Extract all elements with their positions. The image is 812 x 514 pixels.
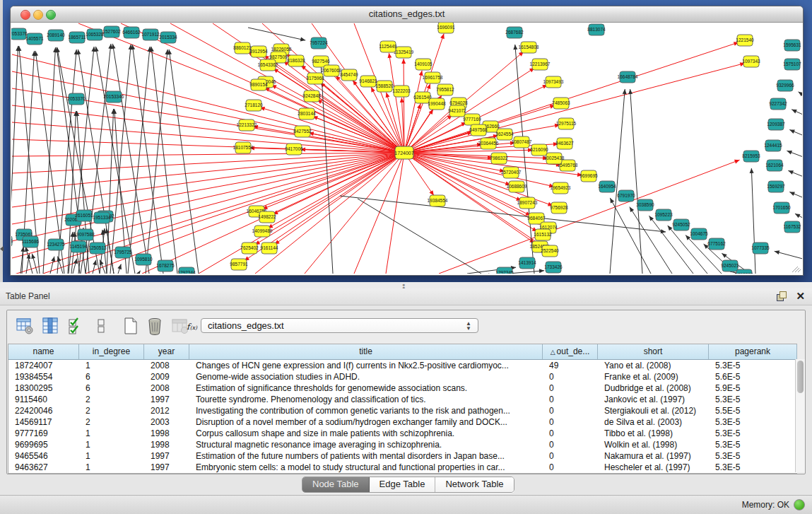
graph-node[interactable]: 9146821 — [359, 76, 377, 87]
graph-node[interactable]: 1077335 — [751, 243, 770, 254]
float-panel-icon[interactable] — [777, 291, 787, 301]
graph-node[interactable]: 9777169 — [463, 114, 481, 125]
graph-node[interactable]: 8427552 — [293, 126, 312, 137]
graph-node[interactable]: 2718120 — [245, 100, 263, 111]
graph-node[interactable]: 1095223 — [654, 209, 673, 221]
graph-node[interactable]: 20676068 — [322, 65, 342, 76]
graph-node[interactable]: 1004675 — [690, 228, 708, 240]
graph-node[interactable]: 18107554 — [233, 142, 254, 153]
graph-node[interactable]: 20364456 — [478, 138, 499, 149]
table-row[interactable]: 1872400712008Changes of HCN gene express… — [8, 360, 797, 371]
graph-node[interactable]: 12213322 — [237, 119, 257, 131]
graph-node[interactable]: 1413914 — [518, 257, 536, 269]
graph-node[interactable]: 1292344 — [177, 267, 196, 274]
graph-node[interactable]: 9227342 — [769, 98, 787, 110]
graph-node[interactable]: 9245021 — [721, 260, 739, 271]
graph-node[interactable]: 7625402 — [240, 243, 259, 254]
graph-node[interactable]: 1768223 — [735, 269, 753, 274]
table-settings-icon[interactable] — [16, 317, 34, 335]
graph-node[interactable]: 8860123 — [233, 42, 252, 54]
table-row[interactable]: 946554611997Estimation of the future num… — [8, 450, 797, 462]
graph-node[interactable]: 8454749 — [340, 69, 358, 81]
column-header-short[interactable]: short — [598, 344, 709, 359]
citation-graph[interactable]: 2053376140557120891401865711106532815276… — [11, 23, 802, 274]
graph-node[interactable]: 1145194 — [70, 241, 88, 252]
table-row[interactable]: 2242004622012Investigating the contribut… — [8, 405, 797, 416]
table-row[interactable]: 946362711997Embryonic stem cells: a mode… — [8, 462, 797, 473]
column-header-in_degree[interactable]: in_degree — [79, 344, 144, 359]
graph-node[interactable]: 6775162 — [707, 238, 726, 250]
delete-table-icon[interactable] — [146, 317, 164, 335]
graph-node[interactable]: 9242848 — [302, 90, 321, 102]
graph-node[interactable]: 9245052 — [672, 219, 690, 230]
table-row[interactable]: 969969511998Structural magnetic resonanc… — [8, 439, 797, 450]
table-row[interactable]: 977716911998Corpus callosum shape and si… — [8, 428, 797, 439]
memory-status-indicator[interactable] — [794, 499, 805, 510]
graph-node[interactable]: 6466162 — [122, 27, 141, 38]
graph-node[interactable]: 1527602 — [102, 26, 121, 37]
graph-node[interactable]: 1167532 — [784, 221, 801, 233]
column-header-title[interactable]: title — [189, 344, 543, 359]
graph-node[interactable]: 1569297 — [767, 181, 785, 192]
graph-node[interactable]: 2687682 — [505, 27, 524, 38]
graph-node[interactable]: 1405571 — [25, 33, 44, 45]
graph-node[interactable]: 14099489 — [252, 226, 273, 237]
graph-node[interactable]: 7955812 — [436, 84, 454, 95]
graph-node[interactable]: 2616051 — [75, 210, 93, 221]
graph-node[interactable]: 1588520 — [375, 81, 394, 92]
graph-node[interactable]: 10025438 — [544, 153, 565, 164]
graph-node[interactable]: 9857791 — [230, 259, 248, 270]
select-columns-icon[interactable] — [66, 317, 85, 335]
graph-node[interactable]: 16648784 — [618, 71, 638, 83]
column-header-year[interactable]: year — [144, 344, 189, 359]
graph-node[interactable]: 9097588 — [76, 229, 95, 240]
graph-node[interactable]: 9463627 — [555, 138, 574, 149]
graph-node[interactable]: 16543362 — [258, 59, 278, 71]
window-titlebar[interactable]: citations_edges.txt — [11, 6, 803, 23]
graph-node[interactable]: 1795725 — [114, 247, 132, 258]
graph-node[interactable]: 1701650 — [772, 202, 791, 214]
graph-node[interactable]: 2803144 — [298, 108, 316, 119]
graph-node[interactable]: 2522540 — [541, 245, 559, 257]
graph-node[interactable]: 2053370 — [67, 93, 86, 105]
graph-node[interactable]: 18907243 — [517, 197, 538, 209]
graph-node[interactable]: 1621064 — [765, 160, 784, 171]
table-row[interactable]: 1938455462009Genome-wide association stu… — [8, 371, 797, 382]
graph-node[interactable]: 9890154 — [249, 79, 268, 90]
graph-node[interactable]: 1234275 — [47, 239, 65, 250]
tab-node-table[interactable]: Node Table — [302, 477, 370, 492]
graph-node[interactable]: 3624554 — [495, 129, 514, 140]
graph-node[interactable]: 19384554 — [428, 195, 448, 206]
graph-node[interactable]: 1640954 — [598, 181, 616, 192]
graph-node[interactable]: 1951334 — [93, 212, 111, 223]
graph-node[interactable]: 12213967 — [530, 59, 551, 70]
graph-node[interactable]: 1125449 — [379, 41, 397, 52]
graph-node[interactable]: 9329966 — [776, 80, 794, 91]
graph-node[interactable]: 3175968 — [306, 73, 324, 84]
graph-hub-node[interactable]: 1724007 — [394, 146, 413, 159]
graph-node[interactable]: 10807487 — [512, 136, 532, 148]
graph-node[interactable]: 1575107 — [783, 59, 801, 70]
table-scrollbar[interactable] — [795, 359, 805, 472]
network-canvas[interactable]: 2053376140557120891401865711106532815276… — [11, 23, 802, 274]
graph-node[interactable]: 6497568 — [469, 124, 488, 136]
row-height-icon[interactable] — [92, 317, 110, 335]
graph-node[interactable]: 10973493 — [543, 76, 564, 88]
graph-node[interactable]: 7485063 — [552, 98, 570, 109]
graph-node[interactable]: 1221540 — [736, 35, 754, 46]
graph-node[interactable]: 9417006 — [285, 144, 303, 155]
graph-node[interactable]: 2089140 — [47, 30, 65, 41]
graph-node[interactable]: 1209387 — [767, 119, 785, 130]
graph-node[interactable]: 1865711 — [69, 32, 86, 43]
graph-node[interactable]: 8215953 — [742, 151, 760, 162]
column-header-name[interactable]: name — [8, 344, 79, 359]
graph-node[interactable]: 3915911 — [11, 235, 13, 247]
table-row[interactable]: 1830029562008Estimation of significance … — [8, 382, 797, 394]
graph-node[interactable]: 1097343 — [742, 56, 760, 67]
graph-node[interactable]: 1733426 — [544, 262, 563, 273]
graph-node[interactable]: 1498222 — [258, 211, 276, 223]
graph-node[interactable]: 1409105 — [414, 59, 433, 70]
column-header-pagerank[interactable]: pagerank — [709, 344, 797, 359]
divider-handle[interactable]: ● ● — [402, 284, 409, 287]
graph-node[interactable]: 9421072 — [448, 105, 466, 117]
